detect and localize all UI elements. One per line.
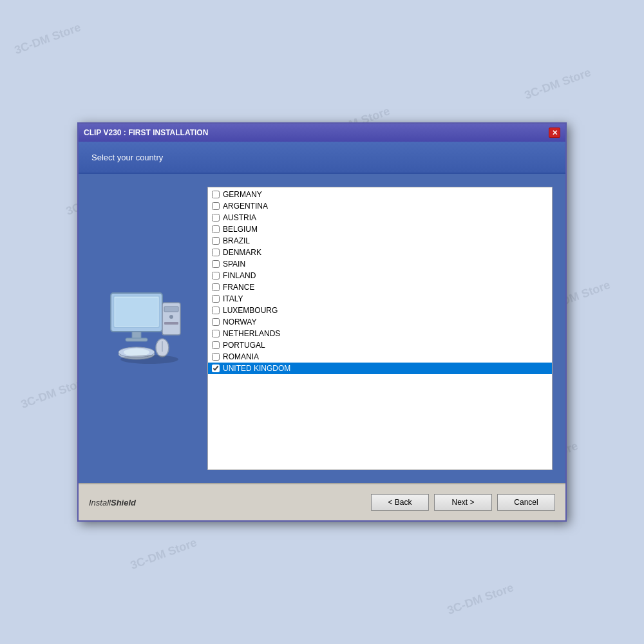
list-item[interactable]: ITALY [208, 293, 552, 305]
title-bar: CLIP V230 : FIRST INSTALLATION ✕ [79, 124, 565, 142]
list-item[interactable]: BELGIUM [208, 223, 552, 235]
list-item[interactable]: NORWAY [208, 316, 552, 328]
list-item[interactable]: UNITED KINGDOM [208, 363, 552, 374]
brand-part2: Shield [111, 498, 136, 507]
list-item[interactable]: PORTUGAL [208, 339, 552, 351]
list-item[interactable]: SPAIN [208, 258, 552, 270]
list-item[interactable]: FRANCE [208, 281, 552, 293]
next-button[interactable]: Next > [434, 494, 492, 511]
header-band: Select your country [79, 142, 565, 174]
back-button[interactable]: < Back [371, 494, 429, 511]
svg-rect-4 [126, 338, 147, 341]
list-item[interactable]: ARGENTINA [208, 200, 552, 212]
left-panel [91, 187, 194, 470]
dialog-window: CLIP V230 : FIRST INSTALLATION ✕ Select … [77, 122, 567, 522]
installshield-logo: InstallShield [89, 498, 136, 507]
list-item[interactable]: BRAZIL [208, 235, 552, 247]
footer-bar: InstallShield < Back Next > Cancel [79, 483, 565, 520]
list-item[interactable]: ROMANIA [208, 351, 552, 363]
close-button[interactable]: ✕ [549, 128, 560, 138]
svg-rect-2 [115, 298, 158, 326]
country-list-container: GERMANYARGENTINAAUSTRIABELGIUMBRAZILDENM… [207, 187, 553, 470]
list-item[interactable]: GERMANY [208, 189, 552, 200]
right-panel: GERMANYARGENTINAAUSTRIABELGIUMBRAZILDENM… [207, 187, 553, 470]
footer-buttons: < Back Next > Cancel [371, 494, 555, 511]
header-text: Select your country [91, 153, 163, 162]
list-item[interactable]: LUXEMBOURG [208, 305, 552, 316]
list-item[interactable]: NETHERLANDS [208, 328, 552, 339]
svg-point-15 [120, 355, 178, 364]
computer-icon [101, 290, 185, 367]
window-title: CLIP V230 : FIRST INSTALLATION [84, 128, 208, 137]
country-list[interactable]: GERMANYARGENTINAAUSTRIABELGIUMBRAZILDENM… [208, 187, 552, 469]
brand-part1: Install [89, 498, 111, 507]
dialog-body: GERMANYARGENTINAAUSTRIABELGIUMBRAZILDENM… [79, 174, 565, 483]
cancel-button[interactable]: Cancel [497, 494, 555, 511]
list-item[interactable]: AUSTRIA [208, 212, 552, 223]
list-item[interactable]: FINLAND [208, 270, 552, 281]
svg-rect-8 [164, 322, 178, 325]
list-item[interactable]: DENMARK [208, 247, 552, 258]
svg-point-7 [169, 315, 173, 319]
svg-rect-6 [164, 307, 178, 312]
